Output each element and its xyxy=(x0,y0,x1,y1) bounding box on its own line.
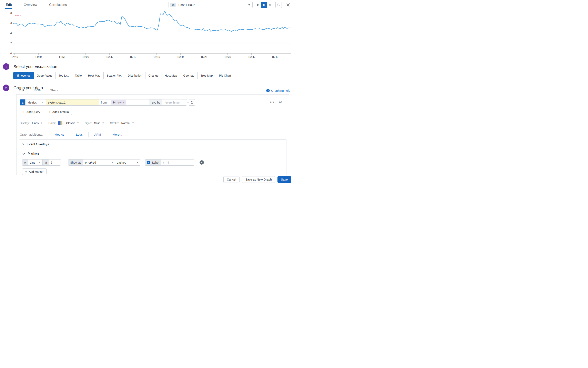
from-label: from xyxy=(99,100,109,105)
svg-text:15:40: 15:40 xyxy=(272,55,278,58)
as-button[interactable]: as... xyxy=(279,100,285,104)
viz-option-distribution[interactable]: Distribution xyxy=(125,72,145,79)
step2-badge: 2 xyxy=(3,84,9,91)
add-marker-button[interactable]: + Add Marker xyxy=(22,168,46,175)
viz-option-change[interactable]: Change xyxy=(145,72,162,79)
close-button[interactable] xyxy=(285,2,291,8)
display-select[interactable]: Lines xyxy=(32,121,42,125)
sigma-button[interactable]: Σ xyxy=(189,99,195,106)
stroke-label: Stroke: xyxy=(110,121,119,125)
viz-option-host-map[interactable]: Host Map xyxy=(162,72,180,79)
skip-forward-button[interactable] xyxy=(267,2,273,8)
label-checkbox[interactable]: ✓ xyxy=(147,161,150,164)
markers-area: A Line at 7 Show as error/red dashe xyxy=(19,159,286,175)
color-select[interactable]: Classic xyxy=(58,121,79,125)
step1-title: Select your visualization xyxy=(13,64,57,69)
event-overlays-label: Event Overlays xyxy=(27,143,49,146)
marker-label-input[interactable]: y = 7 xyxy=(161,159,194,166)
marker-dash-select[interactable]: dashed xyxy=(115,159,140,166)
query-source-value: Metrics xyxy=(27,101,37,104)
viz-option-geomap[interactable]: Geomap xyxy=(180,72,198,79)
graphing-help-label: Graphing help xyxy=(271,89,290,92)
viz-option-scatter-plot[interactable]: Scatter Plot xyxy=(104,72,125,79)
viz-option-query-value[interactable]: Query Value xyxy=(34,72,56,79)
graph-additional-link-more[interactable]: More... xyxy=(107,133,128,136)
chevron-down-icon xyxy=(137,162,138,163)
viz-option-heat-map[interactable]: Heat Map xyxy=(85,72,104,79)
svg-text:15:10: 15:10 xyxy=(130,55,136,58)
main-tab-edit[interactable]: Edit xyxy=(6,0,12,9)
skip-back-button[interactable] xyxy=(255,2,261,8)
markers-toggle[interactable]: Markers xyxy=(19,149,286,158)
pause-icon xyxy=(263,3,266,6)
chevron-down-icon xyxy=(102,122,104,124)
code-icon[interactable]: </> xyxy=(269,100,275,104)
chevron-right-icon xyxy=(22,143,24,146)
main-tab-overview[interactable]: Overview xyxy=(24,0,37,9)
viz-option-table[interactable]: Table xyxy=(72,72,85,79)
svg-text:4: 4 xyxy=(10,32,12,35)
style-select[interactable]: Solid xyxy=(94,121,104,125)
style-label: Style: xyxy=(85,121,92,125)
editor-tab-share[interactable]: Share xyxy=(50,88,58,93)
time-range-selector[interactable]: 1h Past 1 Hour xyxy=(169,2,253,8)
remove-scope-icon[interactable]: × xyxy=(123,101,124,104)
graph-additional-link-logs[interactable]: Logs xyxy=(70,133,89,136)
svg-text:15:05: 15:05 xyxy=(106,55,113,58)
cancel-button[interactable]: Cancel xyxy=(223,176,240,183)
query-source-select[interactable]: Metrics xyxy=(25,100,46,105)
viz-option-top-list[interactable]: Top List xyxy=(56,72,72,79)
svg-text:15:30: 15:30 xyxy=(224,55,231,58)
graphing-help-link[interactable]: ?Graphing help xyxy=(266,89,290,92)
editor-tab-json[interactable]: JSON xyxy=(33,88,41,93)
query-group: a Metrics system.load.1 from $scope × av… xyxy=(20,99,187,106)
stroke-value: Normal xyxy=(121,121,130,125)
group-by-input[interactable]: (everything) xyxy=(162,100,187,105)
graph-additional-row: Graph additional: MetricsLogsAPMMore... xyxy=(20,132,128,137)
close-icon xyxy=(286,3,290,7)
add-query-button[interactable]: + Add Query xyxy=(20,109,43,115)
add-marker-label: Add Marker xyxy=(29,170,44,173)
refresh-button[interactable] xyxy=(276,2,282,8)
save-button[interactable]: Save xyxy=(277,176,291,183)
scope-chip: $scope × xyxy=(111,100,126,105)
chevron-down-icon xyxy=(111,162,113,163)
playback-controls xyxy=(255,2,273,8)
marker-type-select[interactable]: Line xyxy=(28,159,43,166)
add-formula-button[interactable]: + Add Formula xyxy=(46,109,72,115)
graph-additional-link-metrics[interactable]: Metrics xyxy=(49,133,70,136)
marker-at-label: at xyxy=(43,159,49,166)
graph-additional-link-apm[interactable]: APM xyxy=(89,133,107,136)
markers-label: Markers xyxy=(28,152,40,156)
delete-marker-button[interactable]: × xyxy=(200,160,204,165)
marker-label-group: ✓ Label y = 7 xyxy=(145,159,194,166)
main-tabs: EditOverviewCorrelations xyxy=(0,0,79,9)
graph-additional-links: MetricsLogsAPMMore... xyxy=(49,132,128,137)
marker-dash-value: dashed xyxy=(117,161,126,164)
viz-option-timeseries[interactable]: Timeseries xyxy=(13,72,34,79)
scope-field[interactable]: $scope × xyxy=(109,100,150,105)
time-range-badge: 1h xyxy=(170,3,176,7)
footer-bar: Cancel Save as New Graph Save xyxy=(0,175,294,184)
save-as-new-graph-button[interactable]: Save as New Graph xyxy=(242,176,275,183)
marker-severity-select[interactable]: error/red xyxy=(83,159,115,166)
marker-value-input[interactable]: 7 xyxy=(49,159,61,166)
viz-option-pie-chart[interactable]: Pie Chart xyxy=(216,72,234,79)
svg-text:15:15: 15:15 xyxy=(153,55,160,58)
svg-text:15:20: 15:20 xyxy=(177,55,184,58)
pause-button[interactable] xyxy=(261,2,267,8)
main-tab-correlations[interactable]: Correlations xyxy=(49,0,67,9)
svg-text:15:25: 15:25 xyxy=(201,55,207,58)
svg-text:y = 7: y = 7 xyxy=(15,14,21,17)
event-overlays-toggle[interactable]: Event Overlays xyxy=(19,140,286,149)
svg-text:15:35: 15:35 xyxy=(248,55,255,58)
metric-input[interactable]: system.load.1 xyxy=(46,100,99,105)
stroke-select[interactable]: Normal xyxy=(121,121,134,125)
editor-tab-edit[interactable]: Edit xyxy=(19,88,24,93)
viz-option-tree-map[interactable]: Tree Map xyxy=(197,72,216,79)
editor-panel: a Metrics system.load.1 from $scope × av… xyxy=(16,94,289,184)
marker-row: A Line at 7 Show as error/red dashe xyxy=(22,159,286,166)
avg-by-label: avg by xyxy=(150,100,162,105)
add-buttons: + Add Query + Add Formula xyxy=(20,109,72,115)
chevron-down-icon xyxy=(22,153,25,155)
